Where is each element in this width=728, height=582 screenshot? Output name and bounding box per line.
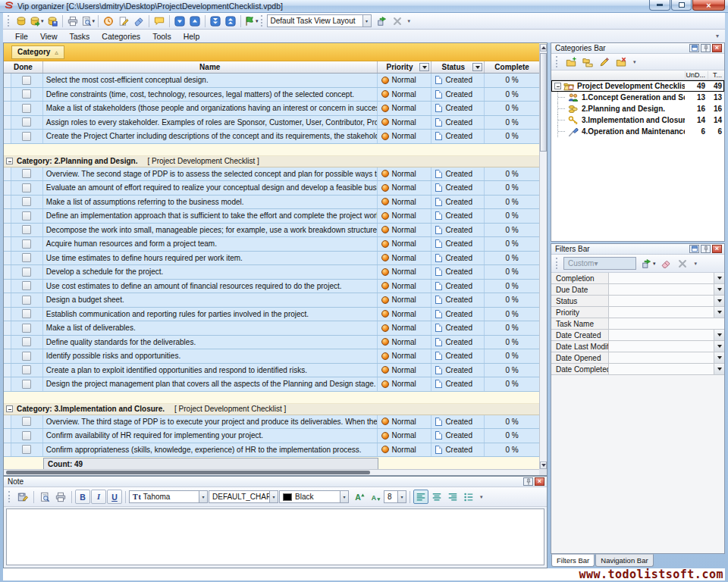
category-tree-item[interactable]: Project Development Checklist4949 [551,80,724,92]
horizontal-scroll-thumb[interactable] [6,471,370,474]
align-center-button[interactable] [429,490,444,504]
filter-value[interactable] [609,341,714,352]
move-to-bottom-button[interactable] [208,14,223,28]
done-checkbox[interactable] [22,169,31,178]
move-up-button[interactable] [187,14,202,28]
filter-row[interactable]: Date Created [551,330,724,341]
done-checkbox[interactable] [22,76,31,85]
horizontal-scrollbar[interactable] [4,469,539,475]
grow-font-button[interactable]: A [352,490,367,504]
table-row[interactable]: Confirm availability of HR required for … [4,429,539,443]
minimize-button[interactable] [649,0,670,11]
table-row[interactable]: Assign roles to every stakeholder. Examp… [4,116,539,130]
char-style-combo[interactable]: DEFAULT_CHAR ▾ [209,490,278,503]
done-checkbox[interactable] [22,117,31,127]
category-tree-item[interactable]: 3.Implementation and Closure.1414 [551,114,724,126]
tab-filters-bar[interactable]: Filters Bar [551,554,595,567]
categories-close-button[interactable]: × [712,44,722,52]
filter-row[interactable]: Date Last Modifi [551,341,724,352]
menu-tasks[interactable]: Tasks [64,30,96,42]
vertical-scroll-thumb[interactable] [540,53,547,152]
table-row[interactable]: Create the Project Charter including des… [4,130,539,144]
done-checkbox[interactable] [22,211,31,221]
new-task-button[interactable] [101,14,116,28]
add-subcategory-button[interactable] [580,55,595,69]
table-row[interactable]: Define an implementation approach that i… [4,209,539,224]
column-header-status[interactable]: Status [431,61,485,73]
bullet-list-button[interactable] [461,490,476,504]
filter-dropdown-icon[interactable] [714,273,724,283]
column-header-priority[interactable]: Priority [378,61,432,73]
filter-value[interactable] [609,318,724,329]
category-tree-item[interactable]: 2.Planning and Design.1616 [551,103,724,114]
toolbar-grip[interactable] [556,258,559,269]
filter-value[interactable] [609,364,714,374]
table-row[interactable]: Select the most cost-efficient conceptua… [4,74,539,88]
note-toolbar-overflow-icon[interactable]: ▾ [480,494,483,500]
font-color-combo[interactable]: Black ▾ [279,490,349,503]
done-checkbox[interactable] [22,104,31,113]
table-row[interactable]: Acquire human resources and form a proje… [4,237,539,252]
table-row[interactable]: Identify possible risks and opportunitie… [4,349,539,364]
combo-spinner-icon[interactable]: ▾ [397,491,406,502]
table-row[interactable]: Make a list of stakeholders (those peopl… [4,102,539,116]
note-close-button[interactable]: × [535,477,544,486]
table-row[interactable]: Overview. The third stage of PDP is to e… [4,415,539,430]
toolbar-grip[interactable] [8,15,11,27]
table-row[interactable]: Define quality standards for the deliver… [4,336,539,350]
align-left-button[interactable] [413,490,428,504]
filter-row[interactable]: Priority [551,307,724,318]
font-family-combo[interactable]: T t Tahoma ▾ [129,490,208,503]
category-group-button[interactable]: Category ▵ [11,45,64,59]
delete-task-button[interactable] [131,14,146,28]
collapse-icon[interactable] [6,405,13,412]
column-header-done[interactable]: Done [4,61,43,73]
menu-categories[interactable]: Categories [96,30,146,42]
filter-value[interactable] [609,307,714,318]
table-row[interactable]: Make a list of deliverables.NormalCreate… [4,321,539,336]
delete-category-button[interactable] [613,55,629,69]
filter-dropdown-icon[interactable] [714,352,724,363]
category-tree-item[interactable]: 1.Concept Generation and Sco1313 [551,92,724,103]
note-print-preview-button[interactable] [37,490,52,504]
edit-category-button[interactable] [597,55,612,69]
filter-value[interactable] [609,330,714,340]
done-checkbox[interactable] [22,239,31,249]
table-row[interactable]: Use cost estimates to define an amount o… [4,280,539,294]
filter-dropdown-icon[interactable] [714,341,724,352]
align-right-button[interactable] [445,490,460,504]
add-comment-button[interactable] [152,14,167,28]
erase-filter-button[interactable] [658,256,673,271]
move-down-button[interactable] [172,14,187,28]
done-checkbox[interactable] [22,296,31,305]
edit-task-button[interactable] [116,14,131,28]
done-checkbox[interactable] [22,352,31,361]
combo-spinner-icon[interactable]: ▾ [199,491,207,502]
table-row[interactable]: Evaluate an amount of effort required to… [4,181,539,196]
table-row[interactable]: Develop a schedule for the project.Norma… [4,265,539,280]
done-checkbox[interactable] [22,89,31,99]
toolbar-overflow-icon[interactable]: ▾ [408,18,411,24]
filter-value[interactable] [609,352,714,363]
save-layout-button[interactable] [375,14,390,28]
menu-view[interactable]: View [34,30,64,42]
filter-dropdown-icon[interactable] [714,284,724,295]
table-row[interactable]: Confirm appropriateness (skills, knowled… [4,443,539,458]
status-filter-icon[interactable] [472,63,482,71]
tab-navigation-bar[interactable]: Navigation Bar [595,554,653,567]
category-group-header[interactable]: Category: 3.Implementation and Closure.[… [4,404,539,415]
toolbar-grip[interactable] [8,491,11,502]
restore-button[interactable] [689,44,699,52]
filter-row[interactable]: Completion [551,273,724,284]
table-row[interactable]: Use time estimates to define hours requi… [4,252,539,266]
done-checkbox[interactable] [22,324,31,333]
toolbar-grip[interactable] [556,56,559,67]
collapse-icon[interactable] [6,158,13,164]
green-flag-button[interactable]: ▾ [243,14,259,28]
scroll-up-icon[interactable] [540,44,547,52]
priority-filter-icon[interactable] [419,63,429,71]
done-checkbox[interactable] [22,281,31,290]
combo-spinner-icon[interactable]: ▾ [362,15,371,27]
done-checkbox[interactable] [22,445,31,454]
note-print-button[interactable] [53,490,68,504]
